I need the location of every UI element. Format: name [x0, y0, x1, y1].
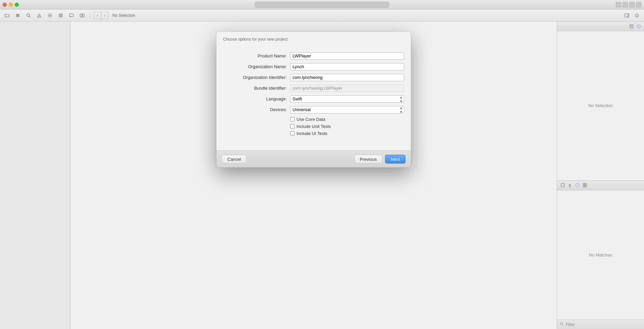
include-ui-tests-row: Include UI Tests: [223, 131, 404, 136]
left-sidebar: [0, 21, 70, 329]
svg-point-34: [560, 323, 563, 325]
devices-label: Devices:: [223, 107, 290, 112]
right-circle-icon[interactable]: [575, 183, 580, 188]
maximize-button[interactable]: [15, 3, 19, 7]
svg-rect-13: [69, 14, 73, 16]
svg-rect-11: [59, 16, 60, 17]
svg-rect-31: [585, 183, 587, 185]
language-label: Language:: [223, 96, 290, 101]
use-core-data-checkbox[interactable]: [290, 117, 294, 122]
org-identifier-input[interactable]: [290, 74, 404, 81]
chat-icon[interactable]: [67, 11, 76, 20]
new-project-dialog: Choose options for your new project: Pro…: [216, 32, 411, 168]
right-panel: No Selection {}: [557, 21, 644, 329]
svg-rect-28: [561, 183, 564, 187]
svg-rect-10: [61, 14, 62, 15]
title-search-bar: [255, 2, 389, 8]
devices-field: Universal iPhone iPad ▲▼: [290, 106, 404, 113]
dialog-header-text: Choose options for your new project:: [223, 37, 288, 42]
right-top-section: No Selection: [557, 31, 644, 180]
svg-rect-9: [59, 14, 60, 15]
svg-line-4: [30, 16, 31, 17]
svg-rect-15: [83, 14, 84, 17]
bundle-identifier-row: Bundle Identifier:: [223, 85, 404, 92]
center-content: Choose options for your new project: Pro…: [70, 21, 557, 329]
language-select[interactable]: Swift Objective-C: [290, 95, 404, 103]
stop-icon[interactable]: [46, 11, 54, 20]
bundle-identifier-input: [290, 85, 404, 92]
toolbar: ‹ › No Selection: [0, 9, 644, 21]
right-grid-icon[interactable]: [582, 183, 587, 188]
doc-icon[interactable]: [629, 23, 634, 29]
titlebar-center: [255, 2, 389, 8]
dialog-header: Choose options for your new project:: [216, 32, 411, 43]
window-button-1[interactable]: [629, 2, 635, 7]
next-button[interactable]: Next: [385, 155, 406, 163]
nav-back-button[interactable]: ‹: [94, 12, 101, 19]
svg-rect-32: [583, 185, 585, 187]
previous-button[interactable]: Previous: [354, 155, 383, 163]
dialog-footer: Cancel Previous Next: [216, 150, 411, 168]
svg-rect-0: [16, 14, 19, 15]
svg-rect-14: [80, 14, 82, 17]
search-icon[interactable]: [24, 11, 33, 20]
no-selection-text: No Selection: [588, 103, 613, 108]
right-braces-icon[interactable]: {}: [567, 183, 573, 188]
include-ui-tests-checkbox[interactable]: [290, 131, 294, 136]
svg-rect-16: [625, 14, 629, 17]
product-name-label: Product Name:: [223, 53, 290, 58]
titlebar: [0, 0, 644, 9]
product-name-input[interactable]: [290, 52, 404, 60]
use-core-data-label[interactable]: Use Core Data: [290, 117, 325, 122]
language-row: Language: Swift Objective-C ▲▼: [223, 95, 404, 103]
org-name-label: Organization Name:: [223, 64, 290, 69]
inspector-top-bar: [557, 21, 644, 31]
svg-point-3: [27, 14, 30, 16]
devices-select[interactable]: Universal iPhone iPad: [290, 106, 404, 113]
folder-icon[interactable]: [3, 11, 11, 20]
org-name-input[interactable]: [290, 63, 404, 70]
cancel-button[interactable]: Cancel: [222, 155, 247, 163]
use-core-data-row: Use Core Data: [223, 117, 404, 122]
no-selection-label: No Selection: [112, 13, 135, 18]
filter-label: Filter: [566, 322, 575, 327]
minimize-button[interactable]: [9, 3, 13, 7]
toolbar-separator-1: [90, 12, 90, 19]
inspector-toggle-icon[interactable]: [623, 11, 631, 20]
footer-right-buttons: Previous Next: [354, 155, 406, 163]
svg-rect-33: [585, 185, 587, 187]
devices-select-wrap: Universal iPhone iPad ▲▼: [290, 106, 404, 113]
info-icon[interactable]: [633, 11, 641, 20]
sidebar-toggle-left-icon[interactable]: [616, 2, 621, 7]
svg-rect-30: [583, 183, 585, 185]
include-unit-tests-checkbox[interactable]: [290, 124, 294, 129]
language-field: Swift Objective-C ▲▼: [290, 95, 404, 103]
devices-row: Devices: Universal iPhone iPad ▲▼: [223, 106, 404, 113]
nav-forward-button[interactable]: ›: [101, 12, 108, 19]
right-doc-icon[interactable]: [560, 183, 565, 188]
close-button[interactable]: [3, 3, 7, 7]
svg-point-29: [576, 184, 579, 187]
include-unit-tests-row: Include Unit Tests: [223, 124, 404, 129]
include-unit-tests-label[interactable]: Include Unit Tests: [290, 124, 331, 129]
svg-point-20: [637, 14, 637, 14]
bundle-identifier-field: [290, 85, 404, 92]
include-ui-tests-label[interactable]: Include UI Tests: [290, 131, 327, 136]
traffic-lights: [3, 3, 19, 7]
right-bottom-section: {}: [557, 180, 644, 329]
warning-icon[interactable]: [35, 11, 44, 20]
layout-icon[interactable]: [78, 11, 87, 20]
dialog-body: Product Name: Organization Name:: [216, 43, 411, 150]
sidebar-toggle-right-icon[interactable]: [623, 2, 628, 7]
circle-info-icon[interactable]: [636, 23, 641, 29]
nav-buttons: ‹ ›: [94, 12, 108, 19]
svg-rect-1: [16, 15, 19, 16]
no-matches-text: No Matches: [589, 252, 612, 257]
list-icon[interactable]: [13, 11, 22, 20]
org-identifier-row: Organization Identifier:: [223, 74, 404, 81]
grid-icon[interactable]: [56, 11, 65, 20]
org-identifier-field: [290, 74, 404, 81]
window-button-2[interactable]: [636, 2, 641, 7]
svg-rect-21: [630, 25, 633, 28]
filter-icon: [560, 322, 564, 327]
